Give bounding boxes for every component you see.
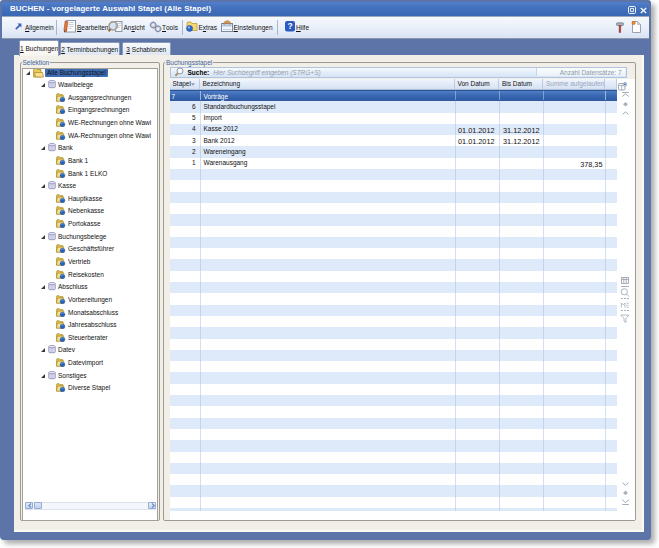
svg-text:?: ? <box>287 21 292 31</box>
